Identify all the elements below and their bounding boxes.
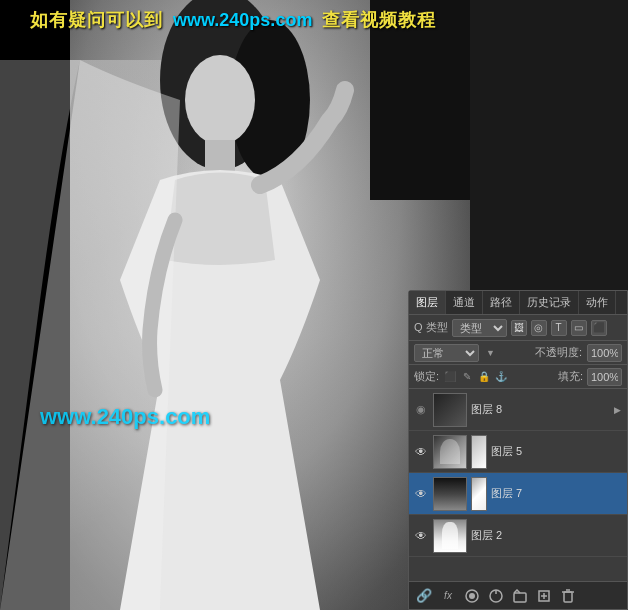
folder-icon[interactable] [510,586,530,606]
svg-point-7 [469,593,475,599]
opacity-input[interactable] [587,344,622,362]
tab-actions[interactable]: 动作 [579,291,616,314]
banner-url: www.240ps.com [173,10,312,31]
lock-pixels-icon[interactable]: ⬛ [443,370,457,384]
layer-item-2[interactable]: 👁 图层 2 [409,515,627,557]
layer-5-mask [471,435,487,469]
link-icon[interactable]: 🔗 [414,586,434,606]
lock-label: 锁定: [414,369,439,384]
banner-text-chinese2: 查看视频教程 [322,8,436,32]
layer-5-visibility[interactable]: 👁 [413,444,429,460]
fx-icon[interactable]: fx [438,586,458,606]
layer-5-name: 图层 5 [491,444,623,459]
filter-icon-smart[interactable]: ⬛ [591,320,607,336]
layer-5-thumb [433,435,467,469]
layer-8-name: 图层 8 [471,402,607,417]
lock-icons-group: ⬛ ✎ 🔒 ⚓ [443,370,508,384]
layer-7-name: 图层 7 [491,486,623,501]
adjustment-icon[interactable] [486,586,506,606]
svg-rect-10 [514,593,526,602]
bride-svg [0,0,470,610]
lock-row: 锁定: ⬛ ✎ 🔒 ⚓ 填充: [409,365,627,389]
layer-8-thumb [433,393,467,427]
layer-7-visibility[interactable]: 👁 [413,486,429,502]
layer-8-group-icon: ▶ [611,404,623,416]
layer-item-5[interactable]: 👁 图层 5 [409,431,627,473]
blend-mode-select[interactable]: 正常 [414,344,479,362]
blend-row: 正常 ▼ 不透明度: [409,341,627,365]
tab-channels[interactable]: 通道 [446,291,483,314]
mask-icon[interactable] [462,586,482,606]
opacity-label: 不透明度: [535,345,582,360]
tab-history[interactable]: 历史记录 [520,291,579,314]
fill-label: 填充: [558,369,583,384]
canvas-area: 如有疑问可以到 www.240ps.com 查看视频教程 www.240ps.c… [0,0,628,610]
layer-item-7[interactable]: 👁 图层 7 [409,473,627,515]
tab-paths[interactable]: 路径 [483,291,520,314]
layer-item-8[interactable]: ◉ 图层 8 ▶ [409,389,627,431]
lock-position-icon[interactable]: ✎ [460,370,474,384]
blend-arrow: ▼ [486,348,495,358]
lock-art-icon[interactable]: ⚓ [494,370,508,384]
svg-rect-14 [564,592,572,602]
layer-2-name: 图层 2 [471,528,623,543]
banner-text-chinese: 如有疑问可以到 [30,8,163,32]
layers-panel: 图层 通道 路径 历史记录 动作 Q 类型 类型 🖼 ◎ T ▭ [408,290,628,610]
svg-point-4 [185,55,255,145]
watermark: www.240ps.com [40,404,210,430]
tab-layers[interactable]: 图层 [409,291,446,314]
filter-row: Q 类型 类型 🖼 ◎ T ▭ ⬛ [409,315,627,341]
layer-7-mask [471,477,487,511]
layers-list: ◉ 图层 8 ▶ 👁 [409,389,627,564]
filter-icon-adjustment[interactable]: ◎ [531,320,547,336]
new-layer-icon[interactable] [534,586,554,606]
filter-icon-image[interactable]: 🖼 [511,320,527,336]
layer-2-visibility[interactable]: 👁 [413,528,429,544]
top-banner: 如有疑问可以到 www.240ps.com 查看视频教程 [30,8,628,32]
fill-input[interactable] [587,368,622,386]
layer-8-visibility[interactable]: ◉ [413,402,429,418]
delete-layer-icon[interactable] [558,586,578,606]
panel-tabs: 图层 通道 路径 历史记录 动作 [409,291,627,315]
layer-7-thumb [433,477,467,511]
panel-bottom-toolbar: 🔗 fx [409,581,627,609]
filter-label: Q 类型 [414,320,448,335]
filter-select[interactable]: 类型 [452,319,507,337]
filter-icon-shape[interactable]: ▭ [571,320,587,336]
bride-image [0,0,470,610]
layer-2-thumb [433,519,467,553]
filter-icon-type[interactable]: T [551,320,567,336]
lock-all-icon[interactable]: 🔒 [477,370,491,384]
